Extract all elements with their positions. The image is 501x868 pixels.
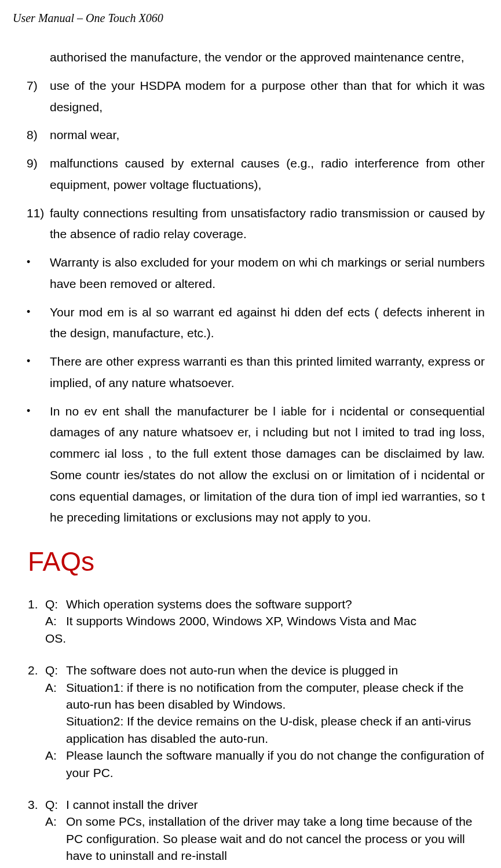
item-number: 7)	[27, 75, 50, 118]
bullet-icon: •	[27, 401, 50, 529]
page-header: User Manual – One Touch X060	[10, 12, 491, 25]
faq-number: 2.	[28, 662, 45, 679]
empty-num	[27, 47, 50, 68]
bullet-text: Your mod em is al so warrant ed against …	[50, 302, 485, 345]
bullet-text: Warranty is also excluded for your modem…	[50, 252, 485, 295]
faq-q-label: Q:	[45, 796, 66, 813]
faqs-heading: FAQs	[27, 546, 485, 577]
faq-a-label: A:	[45, 612, 66, 629]
item-number: 11)	[27, 203, 50, 246]
item-text: faulty connections resulting from unsati…	[50, 203, 485, 246]
faq-spacer	[28, 679, 45, 713]
faq-q-label: Q:	[45, 596, 66, 612]
bullet-text: There are other express warranti es than…	[50, 351, 485, 394]
list-continuation-text: authorised the manufacture, the vendor o…	[50, 47, 485, 68]
faq-number: 3.	[28, 796, 45, 813]
main-content: authorised the manufacture, the vendor o…	[10, 47, 491, 864]
numbered-list-item: 9) malfunctions caused by external cause…	[27, 153, 485, 196]
numbered-list-item: 8) normal wear,	[27, 125, 485, 146]
faq-a-text: It supports Windows 2000, Windows XP, Wi…	[66, 612, 485, 629]
item-text: malfunctions caused by external causes (…	[50, 153, 485, 196]
faq-a-label: A:	[45, 813, 66, 864]
faq-a-label: A:	[45, 747, 66, 781]
bullet-list-item: • Your mod em is al so warrant ed agains…	[27, 302, 485, 345]
faq-q-text: The software does not auto-run when the …	[66, 662, 485, 679]
bullet-list-item: • In no ev ent shall the manufacturer be…	[27, 401, 485, 529]
numbered-list-item: 7) use of the your HSDPA modem for a pur…	[27, 75, 485, 118]
list-continuation-row: authorised the manufacture, the vendor o…	[27, 47, 485, 68]
faq-a-continue: OS.	[28, 630, 485, 647]
item-number: 9)	[27, 153, 50, 196]
faq-a-text: On some PCs, installation of the driver …	[66, 813, 485, 864]
faq-number: 1.	[28, 596, 45, 612]
item-number: 8)	[27, 125, 50, 146]
item-text: use of the your HSDPA modem for a purpos…	[50, 75, 485, 118]
faq-spacer	[28, 813, 45, 864]
numbered-list-item: 11) faulty connections resulting from un…	[27, 203, 485, 246]
faq-q-text: I cannot install the driver	[66, 796, 485, 813]
item-text: normal wear,	[50, 125, 485, 146]
faq-item: 1. Q: Which operation systems does the s…	[27, 596, 485, 647]
faq-spacer	[28, 747, 45, 781]
faq-spacer	[28, 612, 45, 629]
bullet-text: In no ev ent shall the manufacturer be l…	[50, 401, 485, 529]
faq-item: 3. Q: I cannot install the driver A: On …	[27, 796, 485, 865]
bullet-icon: •	[27, 351, 50, 394]
bullet-icon: •	[27, 252, 50, 295]
faq-a-label: A:	[45, 679, 66, 713]
faq-item: 2. Q: The software does not auto-run whe…	[27, 662, 485, 781]
bullet-list-item: • Warranty is also excluded for your mod…	[27, 252, 485, 295]
bullet-list-item: • There are other express warranti es th…	[27, 351, 485, 394]
faq-a-extra: Situation2: If the device remains on the…	[28, 713, 485, 747]
faq-a-text: Situation1: if there is no notification …	[66, 679, 485, 713]
faq-q-label: Q:	[45, 662, 66, 679]
faq-q-text: Which operation systems does the softwar…	[66, 596, 485, 612]
faq-a-text: Please launch the software manually if y…	[66, 747, 485, 781]
bullet-icon: •	[27, 302, 50, 345]
